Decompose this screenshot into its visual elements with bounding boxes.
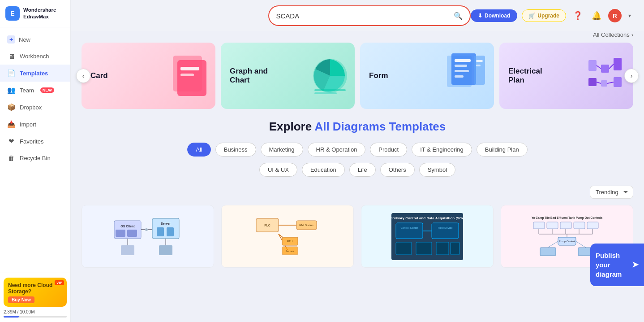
new-label: New (19, 36, 30, 43)
carousel-track: Card Graph andChart (82, 43, 633, 109)
user-avatar[interactable]: R (608, 9, 622, 22)
svg-rect-12 (455, 75, 464, 78)
svg-line-23 (609, 64, 614, 69)
favorites-icon: ❤ (7, 137, 15, 145)
svg-text:HMI Station: HMI Station (299, 224, 313, 226)
category-building-plan[interactable]: Building Plan (477, 143, 528, 157)
svg-rect-1 (177, 60, 206, 96)
category-others[interactable]: Others (380, 163, 415, 177)
category-business[interactable]: Business (215, 143, 256, 157)
sidebar-item-label: Recycle Bin (20, 155, 51, 161)
svg-line-22 (597, 65, 601, 69)
template-thumb-2[interactable]: PLC HMI Station RTU Sensor (221, 205, 354, 268)
new-item[interactable]: + New (0, 31, 70, 48)
category-life[interactable]: Life (349, 163, 376, 177)
main-content: 🔍 ⬇ Download 🛒 Upgrade ❓ 🔔 R ▾ All Colle… (71, 0, 644, 322)
storage-bar (4, 316, 67, 318)
svg-rect-8 (451, 53, 476, 85)
category-product[interactable]: Product (370, 143, 407, 157)
svg-rect-19 (588, 78, 597, 86)
svg-line-25 (607, 82, 614, 83)
svg-line-79 (548, 241, 558, 248)
category-education[interactable]: Education (302, 163, 345, 177)
category-all[interactable]: All (187, 143, 210, 157)
cloud-storage-title: Need more Cloud Storage? (8, 282, 62, 295)
sidebar-item-workbench[interactable]: 🖥 Workbench (0, 48, 70, 65)
sidebar-item-team[interactable]: 👥 Team NEW (0, 82, 70, 99)
sidebar-item-favorites[interactable]: ❤ Favorites (0, 133, 70, 150)
svg-text:Sensor: Sensor (285, 250, 294, 252)
category-hr-operation[interactable]: HR & Operation (308, 143, 366, 157)
sidebar-item-import[interactable]: 📥 Import (0, 116, 70, 133)
category-it-engineering[interactable]: IT & Engineering (412, 143, 472, 157)
carousel-next-button[interactable]: › (624, 69, 639, 83)
svg-rect-11 (455, 70, 469, 72)
cloud-storage-banner[interactable]: VIP Need more Cloud Storage? Buy Now (4, 278, 67, 307)
svg-text:RTU: RTU (287, 240, 292, 243)
carousel-card-card[interactable]: Card (82, 43, 215, 109)
svg-rect-16 (588, 60, 597, 71)
carousel-card-electrical-plan[interactable]: ElectricalPlan (499, 43, 633, 109)
graph-chart-image (310, 49, 350, 103)
search-input[interactable] (276, 12, 445, 20)
sort-select[interactable]: Trending Newest Popular (590, 186, 633, 199)
svg-rect-5 (314, 89, 346, 91)
search-icon[interactable]: 🔍 (454, 12, 463, 20)
app-logo[interactable]: E Wondershare EdrawMax (0, 0, 70, 27)
sidebar-item-label: Team (20, 87, 34, 94)
upgrade-button[interactable]: 🛒 Upgrade (522, 9, 566, 22)
sidebar-item-label: Favorites (20, 138, 43, 145)
svg-rect-65 (560, 222, 571, 229)
category-symbol[interactable]: Symbol (419, 163, 455, 177)
sidebar-item-dropbox[interactable]: 📦 Dropbox (0, 99, 70, 116)
sort-bar: Trending Newest Popular (82, 186, 633, 199)
svg-rect-9 (455, 59, 471, 62)
carousel-prev-button[interactable]: ‹ (76, 69, 90, 83)
svg-rect-10 (455, 65, 467, 67)
carousel-card-graph-chart[interactable]: Graph andChart (221, 43, 355, 109)
category-pills-row2: UI & UX Education Life Others Symbol (82, 163, 633, 177)
carousel-container: ‹ Card (82, 43, 633, 109)
svg-rect-77 (540, 248, 556, 256)
topbar: 🔍 ⬇ Download 🛒 Upgrade ❓ 🔔 R ▾ (71, 0, 644, 31)
cart-icon: 🛒 (528, 13, 535, 19)
help-button[interactable]: ❓ (571, 9, 585, 23)
vip-badge: VIP (55, 280, 64, 285)
category-ui-ux[interactable]: UI & UX (259, 163, 297, 177)
category-marketing[interactable]: Marketing (261, 143, 303, 157)
storage-label: 2.39M / 10.00M (4, 309, 67, 314)
svg-rect-21 (614, 77, 622, 87)
explore-section: Explore All Diagrams Templates (82, 120, 633, 134)
svg-text:Control Center: Control Center (400, 226, 418, 229)
sidebar-item-recycle-bin[interactable]: 🗑 Recycle Bin (0, 150, 70, 166)
workbench-icon: 🖥 (7, 52, 15, 60)
publish-label: Publish your diagram (596, 251, 628, 279)
new-plus-icon: + (7, 35, 15, 44)
svg-rect-2 (180, 67, 199, 70)
sidebar-item-templates[interactable]: 📄 Templates (0, 65, 70, 82)
svg-rect-55 (432, 223, 459, 239)
template-thumb-3[interactable]: Supervisory Control and Data Acquisition… (361, 205, 494, 268)
download-icon: ⬇ (478, 13, 482, 19)
svg-rect-20 (601, 80, 607, 87)
all-collections-link[interactable]: All Collections › (593, 31, 633, 38)
svg-point-35 (145, 228, 148, 231)
svg-text:Server: Server (161, 222, 171, 225)
card-label: Card (90, 71, 108, 80)
carousel-card-form[interactable]: Form (360, 43, 494, 109)
svg-rect-58 (396, 242, 412, 255)
recycle-icon: 🗑 (7, 154, 15, 162)
download-button[interactable]: ⬇ Download (471, 9, 517, 22)
user-menu-button[interactable]: ▾ (626, 9, 633, 23)
template-carousel-section: All Collections › ‹ Card (82, 31, 633, 109)
svg-rect-37 (121, 245, 134, 255)
svg-rect-17 (601, 65, 609, 73)
carousel-header: All Collections › (82, 31, 633, 38)
template-thumb-1[interactable]: OS Client Server (82, 205, 214, 268)
buy-now-button[interactable]: Buy Now (8, 296, 34, 303)
template-grid: OS Client Server (82, 205, 633, 268)
notifications-button[interactable]: 🔔 (589, 9, 604, 23)
form-image (445, 49, 489, 103)
publish-banner[interactable]: Publish your diagram ➤ (590, 244, 644, 286)
svg-rect-13 (474, 56, 485, 85)
